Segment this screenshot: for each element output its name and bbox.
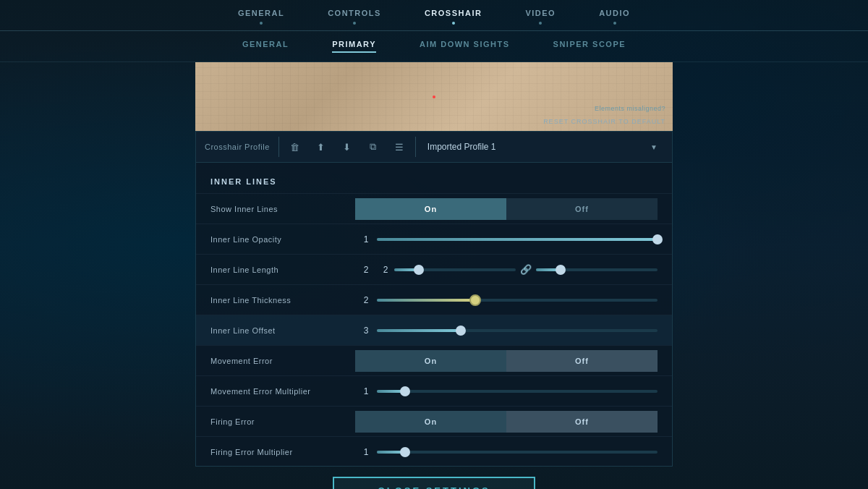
inner-line-opacity-slider[interactable] bbox=[377, 238, 658, 241]
show-inner-lines-toggle: On Off bbox=[355, 198, 658, 220]
sub-navigation: GENERAL PRIMARY AIM DOWN SIGHTS SNIPER S… bbox=[0, 31, 868, 62]
inner-line-thickness-slider[interactable] bbox=[377, 299, 658, 302]
inner-line-thickness-value: 2 bbox=[355, 295, 377, 305]
thickness-slider-fill bbox=[377, 299, 475, 302]
inner-line-offset-row: Inner Line Offset 3 bbox=[196, 315, 672, 345]
profile-bar: Crosshair Profile 🗑 ⬆ ⬇ ⧉ ☰ Imported Pro… bbox=[195, 131, 673, 163]
inner-line-thickness-label: Inner Line Thickness bbox=[210, 296, 355, 305]
firing-error-multiplier-slider[interactable] bbox=[377, 451, 658, 454]
export-profile-button[interactable]: ⬆ bbox=[311, 137, 331, 157]
nav-item-video[interactable]: VIDEO bbox=[525, 9, 556, 30]
nav-item-controls[interactable]: CONTROLS bbox=[328, 9, 381, 30]
firing-error-multiplier-label: Firing Error Multiplier bbox=[210, 448, 355, 456]
length-slider-thumb-2[interactable] bbox=[556, 265, 566, 275]
show-inner-lines-row: Show Inner Lines On Off bbox=[196, 193, 672, 224]
nav-item-crosshair[interactable]: CROSSHAIR bbox=[425, 9, 482, 30]
show-inner-lines-off[interactable]: Off bbox=[506, 198, 658, 220]
rename-profile-button[interactable]: ☰ bbox=[389, 137, 409, 157]
inner-line-offset-slider[interactable] bbox=[377, 329, 658, 332]
close-settings-button[interactable]: CLOSE SETTINGS bbox=[333, 477, 535, 489]
movement-error-toggle: On Off bbox=[355, 350, 658, 372]
nav-dot-audio bbox=[613, 22, 616, 25]
mem-slider-thumb[interactable] bbox=[400, 386, 410, 396]
page: GENERAL CONTROLS CROSSHAIR VIDEO AUDIO G… bbox=[0, 0, 868, 489]
nav-dot-video bbox=[539, 22, 542, 25]
delete-profile-button[interactable]: 🗑 bbox=[285, 137, 305, 157]
profile-icons: 🗑 ⬆ ⬇ ⧉ ☰ bbox=[278, 137, 416, 157]
misaligned-link[interactable]: Elements misaligned? bbox=[595, 105, 665, 112]
close-button-wrapper: CLOSE SETTINGS bbox=[0, 467, 868, 489]
fem-slider-thumb[interactable] bbox=[400, 447, 410, 457]
crosshair-dot bbox=[433, 95, 435, 98]
inner-line-opacity-row: Inner Line Opacity 1 bbox=[196, 224, 672, 254]
opacity-slider-thumb[interactable] bbox=[652, 234, 663, 244]
link-icon: 🔗 bbox=[520, 264, 532, 275]
inner-lines-section-header: INNER LINES bbox=[196, 163, 672, 193]
nav-dot-general bbox=[260, 22, 263, 25]
movement-error-multiplier-label: Movement Error Multiplier bbox=[210, 387, 355, 396]
import-profile-button[interactable]: ⬇ bbox=[337, 137, 357, 157]
firing-error-row: Firing Error On Off bbox=[196, 406, 672, 436]
crosshair-preview: RESET CROSSHAIR TO DEFAULT Elements misa… bbox=[195, 62, 673, 131]
length-slider-track-2 bbox=[536, 268, 658, 271]
inner-line-offset-label: Inner Line Offset bbox=[210, 326, 355, 335]
movement-error-multiplier-value: 1 bbox=[355, 386, 377, 396]
fem-slider-track bbox=[377, 451, 658, 454]
movement-error-on[interactable]: On bbox=[355, 350, 506, 372]
main-content: RESET CROSSHAIR TO DEFAULT Elements misa… bbox=[0, 62, 868, 467]
firing-error-label: Firing Error bbox=[210, 417, 355, 426]
firing-error-multiplier-row: Firing Error Multiplier 1 bbox=[196, 436, 672, 467]
subnav-sniper-scope[interactable]: SNIPER SCOPE bbox=[553, 40, 626, 53]
offset-slider-track bbox=[377, 329, 658, 332]
opacity-slider-fill bbox=[377, 238, 658, 241]
subnav-primary[interactable]: PRIMARY bbox=[332, 40, 376, 53]
movement-error-label: Movement Error bbox=[210, 357, 355, 365]
reset-crosshair-button[interactable]: RESET CROSSHAIR TO DEFAULT bbox=[543, 118, 665, 125]
inner-line-opacity-label: Inner Line Opacity bbox=[210, 235, 355, 244]
inner-line-opacity-value: 1 bbox=[355, 234, 377, 244]
inner-line-length-value1: 2 bbox=[355, 265, 377, 275]
movement-error-multiplier-slider[interactable] bbox=[377, 390, 658, 393]
inner-line-offset-value: 3 bbox=[355, 326, 377, 336]
length-slider-track-1 bbox=[394, 268, 516, 271]
movement-error-off[interactable]: Off bbox=[506, 350, 658, 372]
inner-line-thickness-row: Inner Line Thickness 2 bbox=[196, 284, 672, 315]
movement-error-multiplier-row: Movement Error Multiplier 1 bbox=[196, 375, 672, 406]
subnav-general[interactable]: GENERAL bbox=[242, 40, 289, 53]
top-navigation: GENERAL CONTROLS CROSSHAIR VIDEO AUDIO bbox=[0, 0, 868, 31]
profile-select-wrapper: Imported Profile 1 ▼ bbox=[427, 142, 663, 152]
inner-line-length-row: Inner Line Length 2 2 🔗 bbox=[196, 254, 672, 284]
firing-error-toggle: On Off bbox=[355, 411, 658, 433]
firing-error-on[interactable]: On bbox=[355, 411, 506, 433]
nav-item-general[interactable]: GENERAL bbox=[238, 9, 284, 30]
inner-line-length-label: Inner Line Length bbox=[210, 265, 355, 274]
inner-line-length-dual-slider: 🔗 bbox=[394, 264, 658, 275]
offset-slider-thumb[interactable] bbox=[456, 326, 466, 336]
nav-item-audio[interactable]: AUDIO bbox=[599, 9, 630, 30]
nav-dot-crosshair bbox=[452, 22, 455, 25]
chevron-down-icon: ▼ bbox=[650, 143, 658, 151]
subnav-aim-down-sights[interactable]: AIM DOWN SIGHTS bbox=[420, 40, 510, 53]
offset-slider-fill bbox=[377, 329, 461, 332]
opacity-slider-track bbox=[377, 238, 658, 241]
settings-content: INNER LINES Show Inner Lines On Off Inne… bbox=[195, 163, 673, 467]
thickness-slider-track bbox=[377, 299, 658, 302]
profile-select[interactable]: Imported Profile 1 bbox=[427, 142, 663, 152]
firing-error-off[interactable]: Off bbox=[506, 411, 658, 433]
show-inner-lines-label: Show Inner Lines bbox=[210, 205, 355, 213]
inner-line-length-value2: 2 bbox=[377, 265, 394, 275]
thickness-slider-thumb[interactable] bbox=[469, 294, 481, 306]
firing-error-multiplier-value: 1 bbox=[355, 447, 377, 457]
length-slider-thumb-1[interactable] bbox=[414, 265, 424, 275]
settings-panel: RESET CROSSHAIR TO DEFAULT Elements misa… bbox=[195, 62, 673, 467]
section-title-inner-lines: INNER LINES bbox=[210, 177, 277, 186]
profile-label: Crosshair Profile bbox=[205, 143, 270, 151]
show-inner-lines-on[interactable]: On bbox=[355, 198, 506, 220]
movement-error-row: Movement Error On Off bbox=[196, 345, 672, 375]
nav-dot-controls bbox=[353, 22, 356, 25]
copy-profile-button[interactable]: ⧉ bbox=[363, 137, 383, 157]
mem-slider-track bbox=[377, 390, 658, 393]
